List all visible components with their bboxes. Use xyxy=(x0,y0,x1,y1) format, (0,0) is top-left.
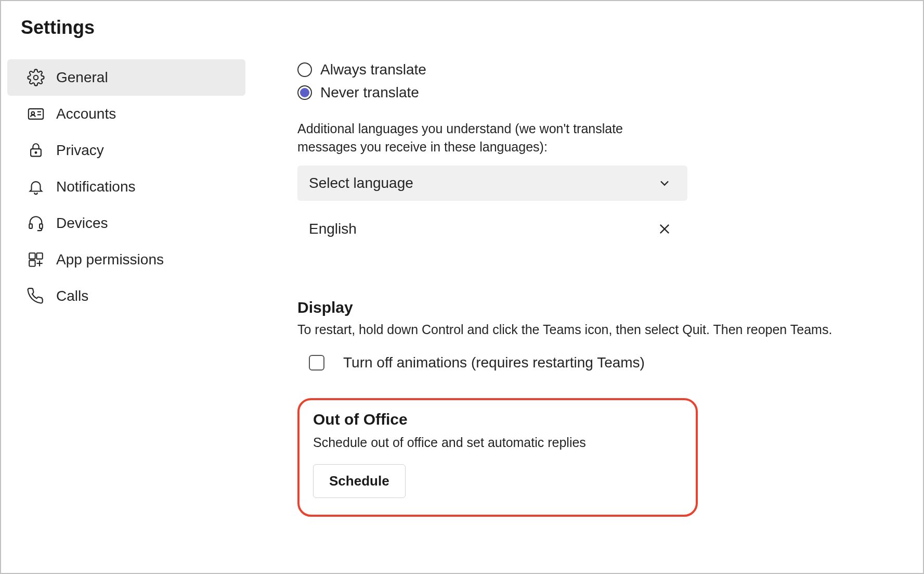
settings-main: Always translate Never translate Additio… xyxy=(256,17,923,573)
sidebar-item-label: Notifications xyxy=(56,178,136,195)
page-title: Settings xyxy=(1,17,256,59)
radio-label: Never translate xyxy=(320,84,419,101)
id-card-icon xyxy=(27,105,45,123)
svg-rect-11 xyxy=(29,260,35,266)
out-of-office-title: Out of Office xyxy=(313,411,682,428)
sidebar-item-label: Accounts xyxy=(56,106,116,122)
display-title: Display xyxy=(297,299,902,316)
radio-circle-selected-icon xyxy=(297,85,312,100)
sidebar-item-label: Calls xyxy=(56,288,88,304)
never-translate-radio[interactable]: Never translate xyxy=(297,81,902,104)
sidebar-item-general[interactable]: General xyxy=(7,59,245,96)
svg-rect-1 xyxy=(29,109,43,119)
select-language-dropdown[interactable]: Select language xyxy=(297,165,687,201)
checkbox-icon[interactable] xyxy=(309,355,324,371)
svg-rect-10 xyxy=(36,253,42,259)
always-translate-radio[interactable]: Always translate xyxy=(297,58,902,81)
radio-circle-icon xyxy=(297,62,312,77)
chevron-down-icon xyxy=(657,176,672,190)
svg-rect-8 xyxy=(40,224,43,228)
svg-point-0 xyxy=(34,75,38,80)
settings-sidebar: Settings General Accounts Privacy xyxy=(1,17,256,573)
lock-icon xyxy=(27,142,45,159)
language-item: English xyxy=(297,211,687,247)
out-of-office-desc: Schedule out of office and set automatic… xyxy=(313,433,682,452)
svg-rect-7 xyxy=(29,224,32,228)
turn-off-animations-row[interactable]: Turn off animations (requires restarting… xyxy=(297,348,902,377)
select-placeholder: Select language xyxy=(309,175,413,192)
sidebar-item-privacy[interactable]: Privacy xyxy=(7,132,245,169)
checkbox-label: Turn off animations (requires restarting… xyxy=(343,354,645,371)
sidebar-item-label: Privacy xyxy=(56,142,104,159)
display-restart-hint: To restart, hold down Control and click … xyxy=(297,321,902,339)
sidebar-item-accounts[interactable]: Accounts xyxy=(7,96,245,132)
sidebar-item-devices[interactable]: Devices xyxy=(7,205,245,241)
apps-icon xyxy=(27,251,45,269)
radio-label: Always translate xyxy=(320,61,426,78)
schedule-button[interactable]: Schedule xyxy=(313,464,406,498)
translate-radio-group: Always translate Never translate xyxy=(297,58,902,104)
svg-point-6 xyxy=(35,152,37,154)
sidebar-item-app-permissions[interactable]: App permissions xyxy=(7,241,245,278)
svg-rect-9 xyxy=(29,253,35,259)
additional-languages-help: Additional languages you understand (we … xyxy=(297,120,677,156)
sidebar-item-calls[interactable]: Calls xyxy=(7,278,245,314)
headset-icon xyxy=(27,214,45,232)
remove-language-button[interactable] xyxy=(657,222,672,236)
bell-icon xyxy=(27,178,45,196)
sidebar-item-label: App permissions xyxy=(56,251,164,268)
gear-icon xyxy=(27,69,45,86)
out-of-office-section: Out of Office Schedule out of office and… xyxy=(297,398,698,517)
sidebar-item-label: Devices xyxy=(56,215,108,232)
sidebar-item-notifications[interactable]: Notifications xyxy=(7,169,245,205)
language-name: English xyxy=(309,221,357,237)
svg-point-2 xyxy=(32,112,35,115)
sidebar-item-label: General xyxy=(56,69,108,86)
display-section: Display To restart, hold down Control an… xyxy=(297,299,902,377)
phone-icon xyxy=(27,287,45,305)
